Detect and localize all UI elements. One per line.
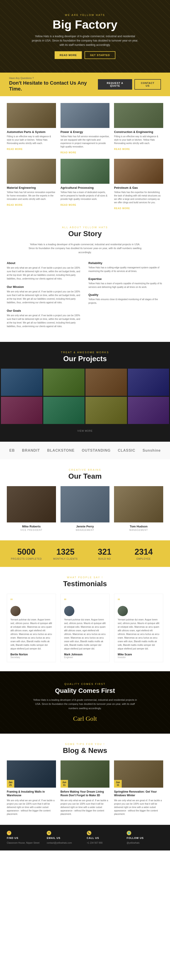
blog-post-title-3[interactable]: Springtime Renovation: Get Your Windows … <box>114 790 163 798</box>
stat-employees-number: 2314 <box>124 547 164 557</box>
project-item-1[interactable] <box>1 369 42 396</box>
view-more-button[interactable]: View More <box>77 430 92 432</box>
partner-classic: CLASSIC <box>118 449 135 453</box>
service-image-agricultural <box>60 159 110 184</box>
blog-section: Some Tips For You ! Blog & News Jan 21 F… <box>0 733 170 825</box>
testimonial-1-name: Bertie Norton <box>10 653 52 656</box>
blog-card-2: Jun 11 Before Making Your Dream Living R… <box>60 760 110 816</box>
stat-awards-number: 321 <box>85 547 124 557</box>
testimonial-2-name: Mark Johnson <box>64 653 106 656</box>
footer-follow: 🌐 Follow Us @yellowhats <box>127 830 163 845</box>
follow-icon: 🌐 <box>127 831 131 835</box>
team-name-jennie: Jennie Perry <box>60 525 110 528</box>
story-reliability-title: Reliability <box>88 261 163 265</box>
partner-brandit: BRANDIT <box>22 449 40 453</box>
hero-get-started-button[interactable]: Get Started <box>84 51 115 59</box>
testimonial-3: “ Yernant pulvinar dui orare. Augue lore… <box>114 594 163 662</box>
our-story-intro: Yellow Hats is a leading developer of A-… <box>28 242 141 255</box>
testimonials-title: Testimonials <box>7 580 163 588</box>
service-readmore-construction[interactable]: Read More <box>114 148 130 150</box>
project-item-3[interactable] <box>86 369 127 396</box>
testimonials-grid: “ Yernant pulvinar dui orare. Augue lore… <box>7 594 163 662</box>
service-desc-power: Yellow Hats has full service renovation … <box>60 135 110 148</box>
service-title-agricultural: Agricultural Processing <box>60 186 110 189</box>
story-goals-title: Our Goals <box>7 309 82 312</box>
blog-post-title-1[interactable]: Framing & Insulating Walls in Warehouse <box>7 790 56 798</box>
hero-subtitle: We Are Yellow Hats <box>65 14 105 16</box>
story-reliability: Reliability Yellow Hats has a cutting-ed… <box>88 261 163 273</box>
story-about: About We are only what we are great of. … <box>7 261 82 281</box>
contact-us-button[interactable]: Contact Us <box>134 79 161 90</box>
blog-title: Blog & News <box>7 746 163 755</box>
contact-bar-title: Don't Hesitate to Contact Us Any Time. <box>9 80 98 92</box>
project-item-2[interactable] <box>43 369 85 396</box>
service-readmore-material[interactable]: Read More <box>7 204 23 206</box>
contact-bar-eyebrow: Have Any Questions ? <box>9 77 98 80</box>
projects-section: Treat & Awesome Works Our Projects View … <box>0 342 170 442</box>
blog-date-2: Jun 11 <box>60 780 68 788</box>
footer-follow-text: @yellowhats <box>127 841 163 845</box>
testimonial-1-text: Yernant pulvinar dui orare. Augue lorem … <box>10 618 52 651</box>
service-readmore-petroleum[interactable]: Read More <box>114 207 130 210</box>
testimonial-2-text: Yernant pulvinar dui orare. Augue lorem … <box>64 618 106 651</box>
story-reliability-desc: Yellow Hats has a cutting-edge quality m… <box>88 266 163 273</box>
service-image-material <box>7 159 56 184</box>
contact-bar-buttons: Request A Quote Contact Us <box>98 79 161 90</box>
our-story-title: Our Story <box>7 229 163 238</box>
stats-section: 5000 Projects Completed 1325 Monthly Cli… <box>0 540 170 567</box>
footer-find-us-text: Classroom House, Nipper Street <box>7 841 43 845</box>
service-readmore-automotive[interactable]: Read More <box>7 148 23 150</box>
story-quality: Quality Yellow Hats ensures close & inte… <box>88 293 163 305</box>
blog-post-title-2[interactable]: Before Making Your Dream Living Room Don… <box>60 790 110 798</box>
partner-sunshine: Sunshine <box>143 449 161 453</box>
project-item-7[interactable] <box>86 397 127 424</box>
service-desc-construction: Fitting is an effective way to add elega… <box>114 135 163 145</box>
blog-day-3: 11 <box>117 784 119 786</box>
stat-projects: 5000 Projects Completed <box>7 547 46 560</box>
stat-employees: 2314 Employee <box>124 547 164 560</box>
service-title-automotive: Automotive Parts & System <box>7 130 56 134</box>
quality-signature: Carl Golt <box>7 715 163 722</box>
services-grid: Automotive Parts & System Fitting is an … <box>7 103 163 210</box>
stat-projects-number: 5000 <box>7 547 46 557</box>
service-readmore-agricultural[interactable]: Read More <box>60 204 76 206</box>
blog-post-desc-2: We are only what we are great of. If we … <box>60 799 110 816</box>
team-eyebrow: Creative Brains <box>7 468 163 471</box>
blog-card-3: Jun 11 Springtime Renovation: Get Your W… <box>114 760 163 816</box>
view-more-row: View More <box>0 428 170 433</box>
story-about-desc: We are only what we are great of. If we … <box>7 266 82 281</box>
find-us-icon: 📍 <box>7 831 11 835</box>
project-item-5[interactable] <box>1 397 42 424</box>
footer: 📍 Find Us Classroom House, Nipper Street… <box>0 825 170 851</box>
hero-read-more-button[interactable]: Read More <box>55 51 82 59</box>
service-image-petroleum <box>114 159 163 184</box>
team-role-jennie: Management <box>60 529 110 531</box>
quality-eyebrow: Quality Comes First <box>7 682 163 685</box>
project-item-8[interactable] <box>128 397 169 424</box>
blog-date-3: Jun 11 <box>114 780 122 788</box>
blog-month-3: Jun <box>116 781 120 784</box>
service-card-material: Material Engineering Yellow Hats has ful… <box>7 159 56 210</box>
blog-date-1: Jan 21 <box>7 780 14 788</box>
service-image-automotive <box>7 103 56 128</box>
blog-day-1: 21 <box>9 784 12 786</box>
testimonial-3-quote: “ <box>118 597 160 604</box>
team-name-tom: Tom Hudson <box>114 525 163 528</box>
team-photo-mike <box>7 486 56 522</box>
request-quote-button[interactable]: Request A Quote <box>98 79 132 90</box>
team-photo-jennie <box>60 486 110 522</box>
partners-row: EB BRANDIT BLACKSTONE OUTSTANDING CLASSI… <box>7 449 163 453</box>
stat-clients-label: Monthly Clients <box>46 558 85 560</box>
project-item-4[interactable] <box>128 369 169 396</box>
story-expertise: Expertise Yellow Hats has a team of expe… <box>88 277 163 289</box>
stat-clients: 1325 Monthly Clients <box>46 547 85 560</box>
footer-email-text: contact@yellowhats.com <box>47 841 83 845</box>
service-card-petroleum: Petroleum & Gas Yellow Hats has the expe… <box>114 159 163 210</box>
testimonial-3-avatar <box>118 606 128 616</box>
story-columns: About We are only what we are great of. … <box>7 261 163 333</box>
service-readmore-power[interactable]: Read More <box>60 151 76 154</box>
project-item-6[interactable] <box>43 397 85 424</box>
footer-call-text: +1 234 567 890 <box>87 841 123 845</box>
story-goals-desc: We are only what we are great of. If we … <box>7 314 82 328</box>
team-title: Our Team <box>7 472 163 480</box>
